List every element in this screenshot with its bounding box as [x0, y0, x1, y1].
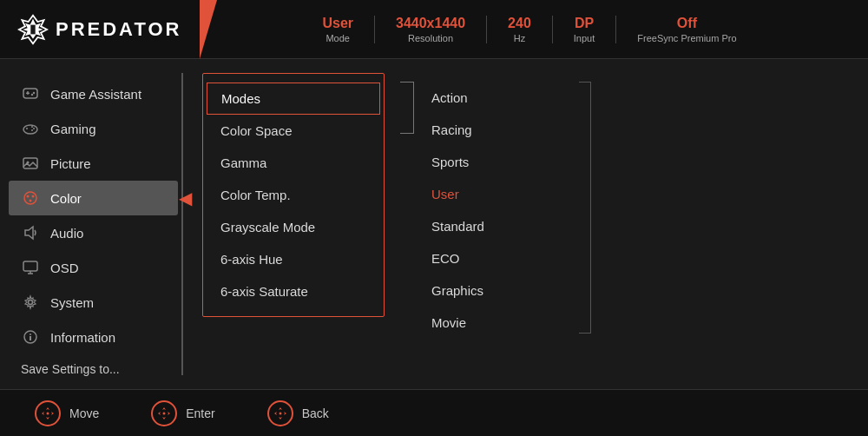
header-resolution-label: Resolution	[396, 33, 465, 43]
svg-marker-28	[46, 407, 49, 410]
svg-marker-36	[168, 412, 170, 415]
bottom-bar: Move Enter Back	[0, 389, 868, 436]
bottom-control-move: Move	[35, 400, 99, 426]
logo-area: PREDATOR	[17, 14, 208, 45]
header-freesync-label: FreeSync Premium Pro	[637, 33, 736, 43]
move-icon	[35, 400, 61, 426]
svg-marker-31	[51, 412, 54, 415]
menu-column: Modes Color Space Gamma Color Temp. Gray…	[202, 73, 385, 317]
enter-label: Enter	[186, 406, 214, 420]
svg-rect-14	[23, 158, 37, 168]
svg-point-42	[279, 412, 281, 414]
sidebar-active-arrow: ◀	[179, 189, 192, 207]
svg-marker-40	[274, 412, 277, 415]
speaker-icon	[21, 223, 40, 242]
header-info: User Mode 3440x1440 Resolution 240 Hz DP…	[208, 16, 851, 43]
header-freesync: Off FreeSync Premium Pro	[616, 16, 757, 43]
svg-rect-21	[23, 261, 37, 271]
svg-point-27	[30, 334, 31, 335]
header-hz: 240 Hz	[487, 16, 553, 43]
header-mode-label: Mode	[322, 33, 353, 43]
info-icon	[21, 327, 40, 347]
header-input-value: DP	[574, 16, 595, 31]
header-freesync-value: Off	[637, 16, 736, 31]
svg-marker-35	[158, 412, 161, 415]
svg-point-32	[47, 412, 49, 414]
main-content: Game Assistant Gaming Picture Color	[0, 59, 868, 389]
submenu-column: Action Racing Sports User Standard ECO G…	[414, 73, 579, 375]
menu-item-color-temp[interactable]: Color Temp.	[203, 179, 384, 211]
sidebar-game-assistant-label: Game Assistant	[50, 87, 141, 102]
menu-item-color-space[interactable]: Color Space	[203, 115, 384, 147]
sidebar: Game Assistant Gaming Picture Color	[9, 73, 178, 375]
header-input: DP Input	[553, 16, 616, 43]
sidebar-list: Game Assistant Gaming Picture Color	[9, 73, 178, 387]
sidebar-item-game-assistant[interactable]: Game Assistant	[9, 76, 178, 111]
svg-point-9	[23, 125, 37, 134]
submenu-item-eco[interactable]: ECO	[414, 242, 579, 274]
sidebar-item-color[interactable]: Color ◀	[9, 181, 178, 215]
controller-icon	[21, 119, 40, 138]
svg-point-10	[26, 128, 28, 129]
menu-item-modes[interactable]: Modes	[207, 83, 380, 115]
header-resolution: 3440x1440 Resolution	[375, 16, 487, 43]
svg-point-19	[30, 200, 32, 202]
svg-marker-38	[279, 407, 282, 410]
header-accent	[200, 0, 226, 59]
svg-marker-20	[25, 227, 33, 239]
submenu-item-action[interactable]: Action	[414, 82, 579, 114]
submenu-item-racing[interactable]: Racing	[414, 114, 579, 146]
save-settings[interactable]: Save Settings to...	[9, 354, 178, 384]
svg-point-6	[31, 94, 33, 96]
sidebar-audio-label: Audio	[50, 226, 83, 241]
menu-column-wrapper: Modes Color Space Gamma Color Temp. Gray…	[194, 73, 393, 375]
sidebar-color-label: Color	[50, 191, 82, 206]
header-mode-value: User	[322, 16, 353, 31]
submenu-item-movie[interactable]: Movie	[414, 307, 579, 339]
predator-logo-icon	[17, 14, 49, 45]
back-icon	[267, 400, 293, 426]
sidebar-item-osd[interactable]: OSD	[9, 250, 178, 285]
svg-marker-30	[42, 412, 44, 415]
menu-item-gamma[interactable]: Gamma	[203, 147, 384, 179]
svg-point-37	[163, 412, 166, 414]
enter-icon	[151, 400, 177, 426]
header-input-label: Input	[574, 33, 595, 43]
sidebar-item-audio[interactable]: Audio	[9, 215, 178, 250]
svg-point-12	[31, 126, 33, 128]
submenu-item-sports[interactable]: Sports	[414, 146, 579, 178]
svg-point-13	[31, 129, 33, 131]
svg-rect-8	[27, 91, 29, 95]
sidebar-item-gaming[interactable]: Gaming	[9, 111, 178, 146]
svg-marker-33	[162, 407, 166, 410]
palette-icon	[21, 188, 40, 208]
image-icon	[21, 154, 40, 173]
sidebar-item-system[interactable]: System	[9, 285, 178, 320]
sidebar-item-picture[interactable]: Picture	[9, 146, 178, 181]
move-label: Move	[69, 406, 99, 420]
gear-icon	[21, 293, 40, 312]
menu-item-6axis-hue[interactable]: 6-axis Hue	[203, 243, 384, 275]
sidebar-item-information[interactable]: Information	[9, 320, 178, 354]
back-label: Back	[302, 406, 329, 420]
header-mode: User Mode	[301, 16, 375, 43]
logo-text: PREDATOR	[56, 18, 181, 41]
submenu-item-standard[interactable]: Standard	[414, 210, 579, 242]
svg-point-16	[24, 192, 36, 204]
display-icon	[21, 258, 40, 277]
right-bracket	[579, 82, 591, 334]
submenu-item-graphics[interactable]: Graphics	[414, 274, 579, 307]
sidebar-divider	[181, 73, 183, 375]
svg-marker-39	[279, 417, 282, 419]
svg-point-17	[27, 195, 30, 198]
sidebar-system-label: System	[50, 295, 94, 310]
svg-point-24	[29, 301, 33, 305]
menu-item-grayscale[interactable]: Grayscale Mode	[203, 211, 384, 243]
menu-item-6axis-saturate[interactable]: 6-axis Saturate	[203, 275, 384, 307]
bracket-connector	[400, 82, 414, 134]
svg-rect-2	[30, 24, 35, 34]
submenu-item-user[interactable]: User	[414, 178, 579, 210]
header-resolution-value: 3440x1440	[396, 16, 465, 31]
svg-marker-41	[284, 412, 286, 415]
header-hz-value: 240	[508, 16, 531, 31]
